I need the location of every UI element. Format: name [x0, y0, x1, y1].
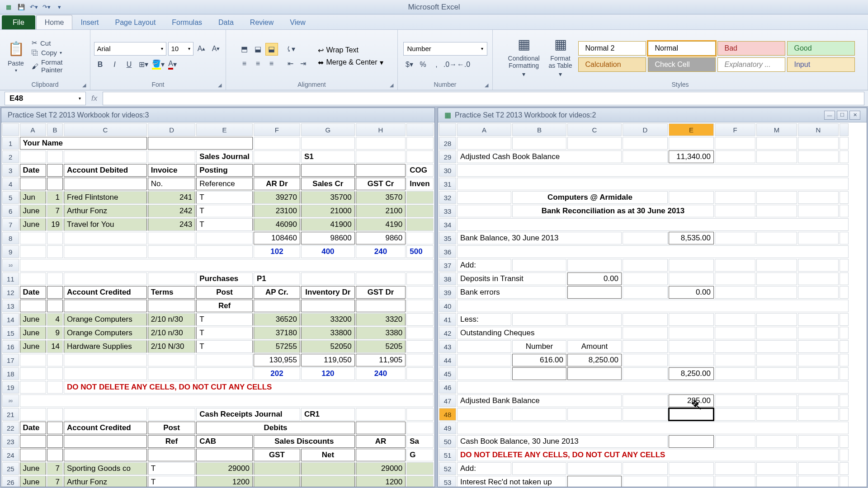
tab-page-layout[interactable]: Page Layout — [107, 15, 164, 29]
align-top-button[interactable]: ⬒ — [238, 43, 251, 56]
cond-format-icon: ▦ — [514, 35, 533, 54]
align-right-button[interactable]: ≡ — [265, 57, 278, 70]
select-all-corner[interactable] — [2, 123, 19, 136]
left-grid[interactable]: ABCDEFGH 1Your Name 2Sales JournalS1 3Da… — [1, 122, 434, 487]
comma-format-button[interactable]: , — [430, 58, 443, 71]
workbook-window-left: Practice Set T2 2013 Workbook for videos… — [1, 108, 435, 487]
ribbon: 📋 Paste▾ ✂Cut ⿻Copy▾ 🖌Format Painter Cli… — [0, 30, 868, 90]
font-dialog-launcher[interactable]: ◢ — [218, 82, 224, 89]
increase-decimal-button[interactable]: .0→ — [444, 58, 457, 71]
select-all-corner-right[interactable] — [439, 123, 456, 136]
orientation-button[interactable]: ⤹▾ — [284, 43, 297, 56]
merge-icon: ⬌ — [318, 58, 324, 67]
border-button[interactable]: ⊞▾ — [137, 58, 150, 71]
align-center-button[interactable]: ≡ — [252, 57, 264, 70]
style-good[interactable]: Good — [787, 41, 855, 56]
right-grid[interactable]: ABCDEFMN 28 29Adjusted Cash Book Balance… — [438, 122, 849, 487]
group-label-clipboard: Clipboard — [32, 81, 59, 89]
paste-button[interactable]: 📋 Paste▾ — [4, 38, 28, 75]
font-size-select[interactable]: 10▾ — [168, 42, 193, 56]
tab-home[interactable]: Home — [36, 15, 73, 29]
number-format-select[interactable]: Number▾ — [403, 42, 487, 56]
underline-button[interactable]: U — [123, 58, 136, 71]
italic-button[interactable]: I — [108, 58, 121, 71]
scissors-icon: ✂ — [32, 39, 38, 47]
title-bar: ▦ 💾 ↶▾ ↷▾ ▾ Microsoft Excel — [0, 0, 868, 14]
clipboard-dialog-launcher[interactable]: ◢ — [82, 82, 89, 89]
shrink-font-button[interactable]: A▾ — [210, 42, 222, 55]
clipboard-icon: 📋 — [6, 40, 25, 59]
style-check-cell[interactable]: Check Cell — [648, 57, 716, 72]
grow-font-button[interactable]: A▴ — [195, 42, 208, 55]
group-label-number: Number — [434, 81, 457, 89]
left-doc-title: Practice Set T2 2013 Workbook for videos… — [8, 111, 149, 119]
font-color-button[interactable]: A▾ — [166, 58, 179, 71]
close-button[interactable]: ✕ — [849, 111, 860, 120]
maximize-button[interactable]: ☐ — [837, 111, 848, 120]
group-label-styles: Styles — [671, 81, 689, 89]
decrease-indent-button[interactable]: ⇤ — [284, 57, 297, 70]
quick-access-toolbar: ▦ 💾 ↶▾ ↷▾ ▾ — [4, 2, 64, 12]
undo-icon[interactable]: ↶▾ — [29, 2, 39, 12]
increase-indent-button[interactable]: ⇥ — [297, 57, 310, 70]
right-doc-title: Practice Set T2 2013 Workbook for videos… — [455, 111, 596, 119]
tab-file[interactable]: File — [2, 15, 35, 29]
percent-format-button[interactable]: % — [417, 58, 429, 71]
style-input[interactable]: Input — [787, 57, 855, 72]
fx-icon[interactable]: fx — [86, 94, 103, 103]
tab-data[interactable]: Data — [210, 15, 242, 29]
style-normal2[interactable]: Normal 2 — [578, 41, 646, 56]
bold-button[interactable]: B — [94, 58, 107, 71]
minimize-button[interactable]: — — [824, 111, 835, 120]
align-middle-button[interactable]: ⬓ — [252, 43, 264, 56]
accounting-format-button[interactable]: $▾ — [403, 58, 416, 71]
active-cell-E48[interactable] — [669, 408, 714, 421]
formula-bar-row: E48▾ fx — [0, 90, 868, 107]
copy-button[interactable]: ⿻Copy▾ — [30, 48, 86, 57]
tab-view[interactable]: View — [282, 15, 313, 29]
cell-styles-gallery[interactable]: Normal 2 Normal Bad Good Calculation Che… — [578, 41, 855, 72]
style-normal[interactable]: Normal — [648, 41, 716, 56]
format-painter-button[interactable]: 🖌Format Painter — [30, 58, 86, 74]
alignment-dialog-launcher[interactable]: ◢ — [390, 82, 396, 89]
bucket-icon: 🪣 — [152, 59, 161, 70]
align-bottom-button[interactable]: ⬓ — [265, 43, 278, 56]
copy-icon: ⿻ — [32, 49, 38, 56]
name-box[interactable]: E48▾ — [5, 92, 86, 105]
style-calculation[interactable]: Calculation — [578, 57, 646, 72]
tab-insert[interactable]: Insert — [72, 15, 107, 29]
app-title: Microsoft Excel — [408, 3, 460, 12]
font-name-select[interactable]: Arial▾ — [94, 42, 166, 56]
workbook-window-right: ▦Practice Set T2 2013 Workbook for video… — [438, 108, 867, 487]
save-icon[interactable]: 💾 — [16, 2, 26, 12]
table-icon: ▦ — [551, 35, 570, 54]
brush-icon: 🖌 — [32, 62, 38, 70]
merge-center-button[interactable]: ⬌Merge & Center▾ — [316, 58, 386, 67]
tab-review[interactable]: Review — [242, 15, 282, 29]
cut-button[interactable]: ✂Cut — [30, 38, 86, 47]
group-label-alignment: Alignment — [297, 81, 326, 89]
qat-customize-icon[interactable]: ▾ — [54, 2, 64, 12]
tab-formulas[interactable]: Formulas — [164, 15, 210, 29]
align-left-button[interactable]: ≡ — [238, 57, 251, 70]
style-explanatory[interactable]: Explanatory ... — [717, 57, 785, 72]
workarea: Practice Set T2 2013 Workbook for videos… — [0, 107, 868, 488]
group-label-font: Font — [151, 81, 164, 89]
formula-input[interactable] — [103, 92, 864, 105]
redo-icon[interactable]: ↷▾ — [42, 2, 52, 12]
excel-icon[interactable]: ▦ — [4, 2, 14, 12]
format-as-table-button[interactable]: ▦Format as Table▾ — [546, 33, 575, 79]
wrap-icon: ↩ — [318, 46, 324, 55]
wrap-text-button[interactable]: ↩Wrap Text — [316, 46, 386, 55]
style-bad[interactable]: Bad — [717, 41, 785, 56]
conditional-formatting-button[interactable]: ▦Conditional Formatting▾ — [505, 33, 542, 79]
excel-doc-icon: ▦ — [444, 111, 451, 119]
decrease-decimal-button[interactable]: ←.0 — [458, 58, 470, 71]
fill-color-button[interactable]: 🪣▾ — [152, 58, 165, 71]
ribbon-tabs: File Home Insert Page Layout Formulas Da… — [0, 14, 868, 30]
number-dialog-launcher[interactable]: ◢ — [485, 82, 491, 89]
